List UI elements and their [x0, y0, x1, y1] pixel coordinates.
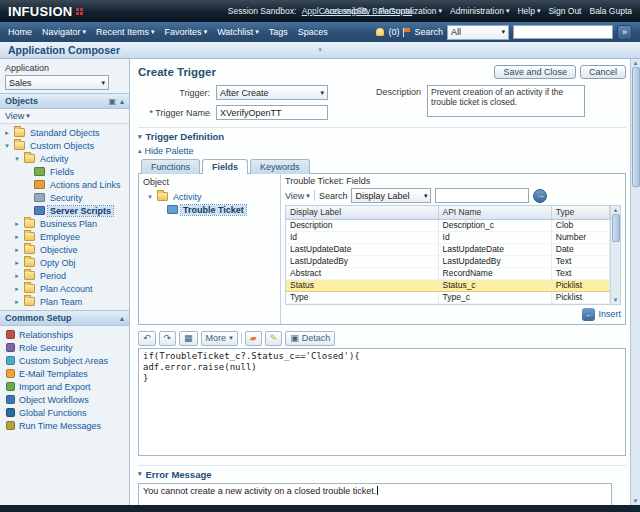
tree-item-plan-account[interactable]: ▸Plan Account: [0, 282, 129, 295]
trigger-type-select[interactable]: After Create ▾: [216, 85, 328, 100]
nav-item-spaces[interactable]: Spaces: [298, 27, 328, 37]
tree-item-server-scripts[interactable]: Server Scripts: [0, 204, 129, 217]
cancel-button[interactable]: Cancel: [580, 65, 626, 79]
tree-item-actions-and-links[interactable]: Actions and Links: [0, 178, 129, 191]
topbar-link-help[interactable]: Help▾: [517, 6, 540, 16]
common-setup-header[interactable]: Common Setup ▴: [0, 310, 129, 326]
search-go-button[interactable]: →: [533, 189, 547, 203]
table-row[interactable]: AbstractRecordNameText: [286, 267, 610, 279]
collapse-header-handle-icon[interactable]: ▾: [318, 46, 322, 54]
collapse-section-icon[interactable]: ▾: [138, 133, 142, 141]
topbar-link-administration[interactable]: Administration▾: [450, 6, 509, 16]
column-header-type[interactable]: Type: [551, 206, 609, 219]
scroll-down-icon[interactable]: ▼: [633, 498, 639, 504]
chevron-down-icon[interactable]: ▾: [146, 193, 154, 201]
sidebar-item-relationships[interactable]: Relationships: [0, 328, 129, 341]
grid-icon[interactable]: ▦: [179, 331, 198, 346]
panel-collapse-icon[interactable]: ▴: [120, 314, 124, 323]
tree-item-activity[interactable]: ▾Activity: [0, 152, 129, 165]
column-header-display-label[interactable]: Display Label: [286, 206, 438, 219]
tree-item-business-plan[interactable]: ▸Business Plan: [0, 217, 129, 230]
chevron-right-icon[interactable]: ▸: [3, 129, 11, 137]
table-scrollbar[interactable]: ▲ ▼: [610, 206, 620, 304]
sidebar-item-run-time-messages[interactable]: Run Time Messages: [0, 419, 129, 432]
notification-count[interactable]: (0): [388, 27, 399, 37]
table-row[interactable]: LastUpdatedByLastUpdatedByText: [286, 255, 610, 267]
sidebar-item-e-mail-templates[interactable]: E-Mail Templates: [0, 367, 129, 380]
tree-item-standard-objects[interactable]: ▸Standard Objects: [0, 126, 129, 139]
chevron-right-icon[interactable]: ▸: [13, 298, 21, 306]
scroll-up-icon[interactable]: ▲: [613, 207, 619, 213]
chevron-right-icon[interactable]: ▸: [13, 233, 21, 241]
collapse-section-icon[interactable]: ▾: [138, 470, 142, 478]
notifications-icon[interactable]: [376, 28, 384, 36]
table-view-menu[interactable]: View ▾: [285, 191, 310, 201]
redo-icon[interactable]: ↷: [159, 331, 177, 346]
nav-item-tags[interactable]: Tags: [269, 27, 288, 37]
chevron-right-icon[interactable]: ▸: [13, 259, 21, 267]
scroll-down-icon[interactable]: ▼: [613, 297, 619, 303]
nav-item-watchlist[interactable]: Watchlist▾: [217, 27, 259, 37]
flag-icon[interactable]: [403, 28, 410, 37]
panel-collapse-icon[interactable]: ▴: [120, 97, 124, 106]
scrollbar-thumb[interactable]: [612, 214, 620, 242]
code-editor[interactable]: if(TroubleTicket_c?.Status_c=='Closed'){…: [138, 348, 626, 456]
tree-item-security[interactable]: Security: [0, 191, 129, 204]
global-search-input[interactable]: [513, 25, 613, 39]
panel-detach-icon[interactable]: ▣: [108, 97, 116, 106]
chevron-right-icon[interactable]: ▸: [13, 220, 21, 228]
chevron-right-icon[interactable]: ▸: [13, 246, 21, 254]
tree-item-activity[interactable]: ▾Activity: [143, 190, 276, 203]
global-search-go-button[interactable]: »: [617, 25, 632, 40]
sidebar-item-global-functions[interactable]: Global Functions: [0, 406, 129, 419]
sidebar-item-object-workflows[interactable]: Object Workflows: [0, 393, 129, 406]
table-row[interactable]: IdIdNumber: [286, 231, 610, 243]
search-scope-select[interactable]: All ▾: [447, 25, 509, 40]
tree-item-fields[interactable]: Fields: [0, 165, 129, 178]
sidebar-item-custom-subject-areas[interactable]: Custom Subject Areas: [0, 354, 129, 367]
detach-button[interactable]: ▣ Detach: [285, 331, 335, 346]
tree-item-plan-team[interactable]: ▸Plan Team: [0, 295, 129, 308]
search-column-select[interactable]: Display Label ▾: [351, 188, 431, 203]
tree-item-trouble-ticket[interactable]: Trouble Ticket: [143, 203, 276, 216]
tab-functions[interactable]: Functions: [141, 159, 200, 174]
description-textarea[interactable]: Prevent creation of an activity if the t…: [427, 85, 585, 117]
table-row[interactable]: DescriptionDescription_cClob: [286, 219, 610, 231]
tree-item-employee[interactable]: ▸Employee: [0, 230, 129, 243]
undo-icon[interactable]: ↶: [138, 331, 156, 346]
chevron-down-icon[interactable]: ▾: [13, 155, 21, 163]
trigger-definition-section-header[interactable]: ▾ Trigger Definition: [138, 127, 626, 142]
hide-palette-link[interactable]: ▴ Hide Palette: [138, 146, 626, 156]
error-message-section-header[interactable]: ▾ Error Message: [138, 465, 626, 480]
eraser-icon[interactable]: ▰: [245, 331, 262, 346]
chevron-right-icon[interactable]: ▸: [13, 285, 21, 293]
session-sandbox-link[interactable]: ApplCoreLongSB_BalaGupta: [302, 6, 413, 16]
objects-view-menu[interactable]: View ▾: [0, 109, 129, 124]
tab-keywords[interactable]: Keywords: [250, 159, 310, 174]
error-message-textarea[interactable]: You cannot create a new activity on a cl…: [138, 483, 612, 506]
trigger-name-input[interactable]: [216, 105, 328, 120]
topbar-link-sign-out[interactable]: Sign Out: [548, 6, 581, 16]
table-row[interactable]: LastUpdateDateLastUpdateDateDate: [286, 243, 610, 255]
column-header-api-name[interactable]: API Name: [438, 206, 551, 219]
sidebar-item-role-security[interactable]: Role Security: [0, 341, 129, 354]
chevron-right-icon[interactable]: ▸: [13, 272, 21, 280]
more-menu[interactable]: More ▾: [201, 331, 238, 346]
tree-item-custom-objects[interactable]: ▾Custom Objects: [0, 139, 129, 152]
scrollbar-thumb[interactable]: [632, 67, 640, 187]
tree-item-objective[interactable]: ▸Objective: [0, 243, 129, 256]
nav-item-navigator[interactable]: Navigator▾: [42, 27, 86, 37]
page-scrollbar[interactable]: ▲ ▼: [630, 59, 640, 505]
tree-item-period[interactable]: ▸Period: [0, 269, 129, 282]
table-row[interactable]: TypeType_cPicklist: [286, 291, 610, 303]
save-and-close-button[interactable]: Save and Close: [494, 65, 576, 79]
nav-item-favorites[interactable]: Favorites▾: [165, 27, 208, 37]
sidebar-item-import-and-export[interactable]: Import and Export: [0, 380, 129, 393]
tree-item-opty-obj[interactable]: ▸Opty Obj: [0, 256, 129, 269]
application-select[interactable]: Sales ▾: [5, 75, 109, 90]
table-row[interactable]: StatusStatus_cPicklist: [286, 279, 610, 291]
pencil-icon[interactable]: ✎: [265, 331, 283, 346]
insert-button[interactable]: Insert: [598, 309, 621, 319]
scroll-up-icon[interactable]: ▲: [633, 60, 639, 66]
nav-item-recent-items[interactable]: Recent Items▾: [96, 27, 155, 37]
